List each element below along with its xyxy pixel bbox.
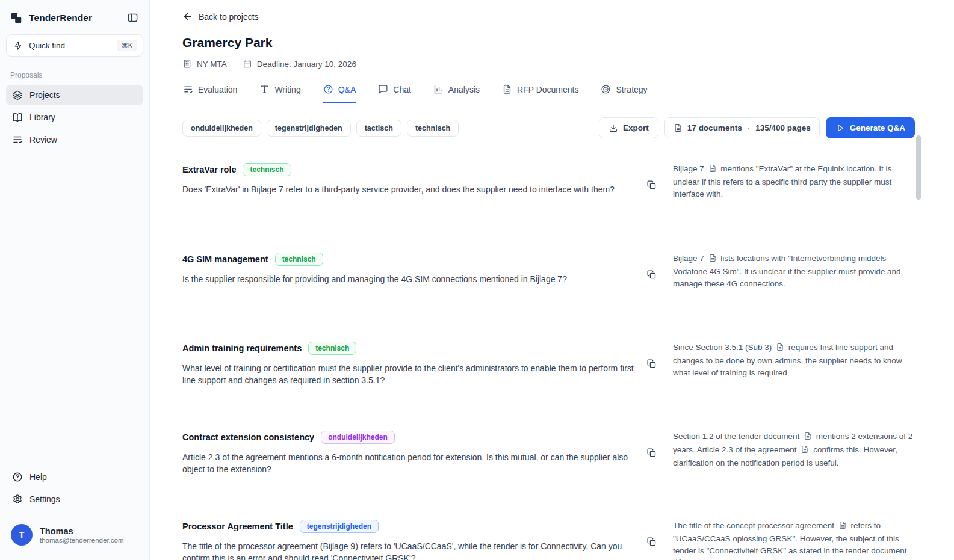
inline-document-icon <box>838 521 847 533</box>
tab-strategy[interactable]: Strategy <box>600 84 648 103</box>
answer-text: Bijlage 7 lists locations with "Internet… <box>673 253 915 290</box>
copy-icon <box>646 448 657 458</box>
tab-label: Evaluation <box>198 85 237 94</box>
main-content: Back to projects Gramercy Park NY MTA De… <box>150 0 954 560</box>
category-badge: tegenstrijdigheden <box>300 520 379 533</box>
qa-row: Processor Agreement Titletegenstrijdighe… <box>182 506 915 560</box>
back-label: Back to projects <box>199 12 259 22</box>
sidebar-footer: HelpSettings <box>6 467 143 509</box>
sidebar-item-help[interactable]: Help <box>6 467 143 487</box>
sidebar-item-library[interactable]: Library <box>6 107 143 128</box>
category-badge: technisch <box>275 253 323 266</box>
question-text: What level of training or certification … <box>182 363 636 387</box>
tab-analysis[interactable]: Analysis <box>433 84 480 103</box>
lightning-icon <box>13 41 23 51</box>
copy-button[interactable] <box>644 445 659 462</box>
scrollbar-thumb[interactable] <box>916 135 921 200</box>
document-icon <box>674 123 683 132</box>
copy-column <box>644 253 673 284</box>
question-title: Contract extension consistency <box>182 432 314 442</box>
question-text: The title of the processor agreement (Bi… <box>182 541 636 560</box>
generate-qa-button[interactable]: Generate Q&A <box>826 117 915 138</box>
calendar-icon <box>243 59 252 69</box>
question-text: Article 2.3 of the agreement mentions a … <box>182 452 636 476</box>
copy-button[interactable] <box>644 177 659 194</box>
sidebar-item-label: Help <box>29 472 47 482</box>
question-header: Contract extension consistencyonduidelij… <box>182 431 636 444</box>
sidebar-nav: ProjectsLibraryReview <box>6 85 143 150</box>
sidebar-collapse-button[interactable] <box>126 11 140 25</box>
category-badge: onduidelijkheden <box>321 431 395 444</box>
page-title: Gramercy Park <box>182 35 915 50</box>
tab-q-a[interactable]: Q&A <box>323 84 357 103</box>
question-text: Does 'ExtraVar' in Bijlage 7 refer to a … <box>182 184 636 196</box>
tab-evaluation[interactable]: Evaluation <box>182 84 238 103</box>
back-to-projects-link[interactable]: Back to projects <box>182 11 259 22</box>
question-header: 4G SIM managementtechnisch <box>182 253 636 266</box>
qa-list: ExtraVar roletechnischDoes 'ExtraVar' in… <box>182 150 915 560</box>
sidebar-item-settings[interactable]: Settings <box>6 489 143 509</box>
quick-find-button[interactable]: Quick find ⌘K <box>6 34 143 57</box>
sidebar-header: TenderRender <box>6 8 143 34</box>
export-button[interactable]: Export <box>599 117 658 138</box>
sidebar-item-projects[interactable]: Projects <box>6 85 143 105</box>
copy-column <box>644 520 673 551</box>
separator-dot: · <box>748 123 751 132</box>
copy-column <box>644 431 673 462</box>
copy-column <box>644 342 673 373</box>
deadline-meta: Deadline: January 10, 2026 <box>243 59 356 69</box>
tab-rfp-documents[interactable]: RFP Documents <box>501 84 579 103</box>
play-icon <box>835 123 845 133</box>
tab-label: Strategy <box>616 85 647 94</box>
inline-document-icon <box>776 343 784 355</box>
filter-chip-tegenstrijdigheden[interactable]: tegenstrijdigheden <box>267 120 351 137</box>
documents-pill[interactable]: 17 documents · 135/400 pages <box>664 117 820 138</box>
question-header: Admin training requirementstechnisch <box>182 342 636 355</box>
question-header: Processor Agreement Titletegenstrijdighe… <box>182 520 636 533</box>
arrow-left-icon <box>182 11 193 22</box>
user-name: Thomas <box>40 526 124 536</box>
chat-tab-icon <box>378 84 388 94</box>
filter-chip-tactisch[interactable]: tactisch <box>356 120 401 137</box>
filter-chip-onduidelijkheden[interactable]: onduidelijkheden <box>182 120 261 137</box>
filter-chip-technisch[interactable]: technisch <box>407 120 459 137</box>
tab-writing[interactable]: Writing <box>259 84 301 103</box>
generate-qa-label: Generate Q&A <box>850 123 905 132</box>
answer-text: Section 1.2 of the tender document menti… <box>673 431 915 469</box>
copy-icon <box>646 180 657 190</box>
category-badge: technisch <box>243 163 291 176</box>
question-column: 4G SIM managementtechnischIs the supplie… <box>182 253 644 286</box>
question-column: Admin training requirementstechnischWhat… <box>182 342 644 387</box>
copy-icon <box>646 358 657 369</box>
sidebar-item-label: Projects <box>29 90 60 100</box>
copy-button[interactable] <box>644 267 659 284</box>
strategy-tab-icon <box>601 84 611 94</box>
qa-row: Admin training requirementstechnischWhat… <box>182 328 915 417</box>
writing-tab-icon <box>259 84 270 94</box>
inline-document-icon <box>804 432 812 444</box>
tab-chat[interactable]: Chat <box>377 84 412 103</box>
qa-row: 4G SIM managementtechnischIs the supplie… <box>182 239 915 328</box>
tab-label: Writing <box>274 85 300 94</box>
copy-column <box>644 163 673 194</box>
export-label: Export <box>623 123 649 132</box>
filter-chips: onduidelijkhedentegenstrijdighedentactis… <box>182 120 459 137</box>
copy-button[interactable] <box>644 356 659 373</box>
qa-row: Contract extension consistencyonduidelij… <box>182 417 915 506</box>
tab-label: Chat <box>393 85 411 94</box>
settings-icon <box>12 494 23 505</box>
question-text: Is the supplier responsible for providin… <box>182 274 636 286</box>
client-name: NY MTA <box>197 60 227 69</box>
answer-text: The title of the concept processor agree… <box>673 520 915 560</box>
sidebar-item-review[interactable]: Review <box>6 129 143 150</box>
inline-document-icon <box>708 254 717 266</box>
quick-find-label: Quick find <box>29 41 65 50</box>
library-icon <box>12 112 23 123</box>
sidebar-section-label: Proposals <box>10 71 139 79</box>
tab-bar: EvaluationWritingQ&AChatAnalysisRFP Docu… <box>182 84 915 103</box>
copy-icon <box>646 269 657 280</box>
pages-count: 135/400 pages <box>755 123 811 132</box>
project-meta: NY MTA Deadline: January 10, 2026 <box>182 59 915 69</box>
user-menu[interactable]: T Thomas thomas@tenderrender.com <box>6 522 143 548</box>
copy-button[interactable] <box>644 534 659 551</box>
